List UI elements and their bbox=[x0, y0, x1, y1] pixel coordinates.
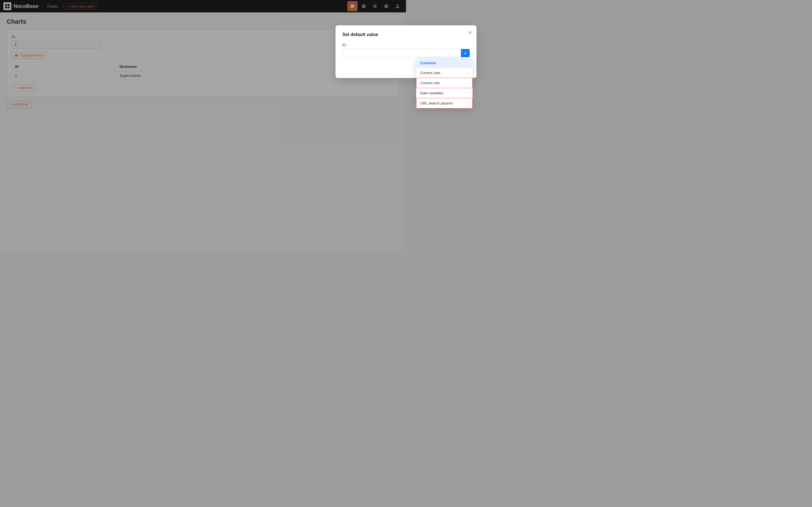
modal-field-label: ID : bbox=[342, 43, 406, 47]
modal-input-row: x Constant Current user › Current role D… bbox=[342, 49, 406, 57]
modal-overlay: Set default value ✕ ID : x Constant Curr… bbox=[0, 0, 406, 253]
modal: Set default value ✕ ID : x Constant Curr… bbox=[336, 25, 406, 78]
modal-footer: Cancel OK bbox=[342, 63, 406, 71]
modal-input[interactable] bbox=[342, 49, 406, 57]
modal-title: Set default value bbox=[342, 32, 406, 37]
